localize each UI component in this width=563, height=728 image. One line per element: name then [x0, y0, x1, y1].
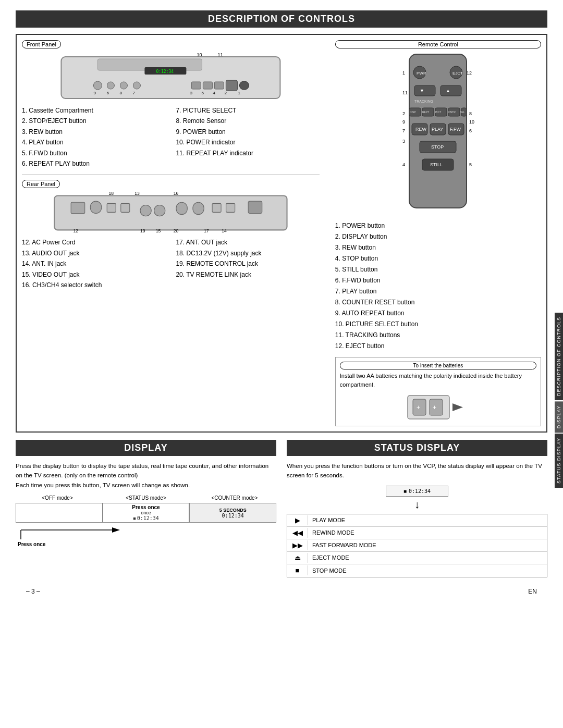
svg-text:1: 1	[238, 91, 240, 95]
rear-item-14: 14. ANT. IN jack	[22, 258, 165, 269]
front-item-2: 2. STOP/EJECT button	[22, 116, 165, 126]
svg-rect-25	[71, 203, 85, 214]
svg-rect-35	[248, 201, 262, 213]
remote-item-4: 4. STOP button	[335, 253, 541, 264]
svg-point-29	[140, 205, 151, 216]
svg-rect-28	[121, 204, 130, 213]
svg-text:17: 17	[204, 228, 209, 233]
rewind-mode-label: REWIND MODE	[308, 528, 547, 537]
mode-row-stop: ■ STOP MODE	[287, 564, 547, 577]
svg-text:REPT: REPT	[422, 110, 429, 114]
remote-item-10: 10. PICTURE SELECT button	[335, 319, 541, 330]
ffwd-mode-label: FAST FORWARD MODE	[308, 541, 547, 549]
side-tab-status[interactable]: STATUS DISPLAY	[555, 434, 563, 488]
remote-item-1: 1. POWER button	[335, 220, 541, 231]
off-mode-label: <OFF mode>	[16, 495, 99, 501]
svg-text:0:12:34: 0:12:34	[156, 69, 174, 74]
svg-text:STOP: STOP	[431, 144, 444, 150]
remote-item-8: 8. COUNTER RESET button	[335, 297, 541, 308]
stop-mode-label: STOP MODE	[308, 566, 547, 575]
front-item-5: 5. F.FWD button	[22, 148, 165, 158]
rear-illustration: 18 13 16 12 19 15 20 17 14	[22, 191, 320, 236]
remote-illustration: PWR EJCT ▼ ▲ TRACKING	[401, 52, 474, 213]
counter-mode-label: <COUNTER mode>	[193, 495, 276, 501]
desc-top: Front Panel 0:12:34 10 11	[22, 40, 541, 426]
footer-page-number: – 3 –	[26, 588, 40, 595]
svg-text:6: 6	[106, 91, 109, 95]
svg-text:11: 11	[217, 52, 223, 57]
vcr-illustration: 0:12:34 10 11 9 6	[22, 52, 320, 104]
svg-text:20: 20	[174, 228, 179, 233]
off-box	[16, 503, 103, 523]
rear-item-16: 16. CH3/CH4 selector switch	[22, 280, 165, 290]
svg-text:SEL: SEL	[460, 110, 465, 114]
battery-svg: + +	[407, 393, 469, 422]
footer-lang: EN	[528, 588, 537, 595]
svg-text:5: 5	[469, 162, 472, 167]
svg-rect-13	[226, 80, 237, 91]
status-display-header: STATUS DISPLAY	[287, 440, 547, 456]
remote-item-6: 6. F.FWD button	[335, 275, 541, 286]
stop-icon-cell: ■	[287, 565, 308, 575]
svg-text:EJCT: EJCT	[452, 71, 463, 76]
svg-rect-33	[212, 204, 221, 213]
press-once-bottom: Press once	[16, 541, 276, 547]
svg-text:4: 4	[402, 162, 405, 167]
remote-item-2: 2. DISPLAY button	[335, 231, 541, 242]
svg-text:TRACKING: TRACKING	[414, 100, 433, 103]
svg-text:REW: REW	[415, 127, 427, 132]
side-tabs: DESCRIPTION OF CONTROLS DISPLAY STATUS D…	[555, 313, 563, 488]
battery-text: Install two AA batteries matching the po…	[340, 372, 536, 389]
side-tab-display[interactable]: DISPLAY	[555, 401, 563, 433]
svg-rect-12	[214, 82, 224, 89]
front-panel-label: Front Panel	[22, 40, 61, 48]
svg-text:8: 8	[469, 111, 472, 116]
svg-text:15: 15	[156, 228, 161, 233]
arrow-down: ↓	[287, 499, 547, 511]
svg-rect-34	[226, 204, 235, 213]
svg-rect-11	[203, 82, 212, 89]
svg-text:12: 12	[73, 228, 78, 233]
rear-item-19: 19. REMOTE CONTROL jack	[176, 258, 319, 269]
display-text1: Press the display button to display the …	[16, 461, 276, 490]
mode-row-ffwd: ▶▶ FAST FORWARD MODE	[287, 539, 547, 552]
page-container: DESCRIPTION OF CONTROLS Front Panel 0:12…	[0, 0, 563, 728]
status-display-section: STATUS DISPLAY When you press the functi…	[287, 440, 547, 577]
rear-list-right: 17. ANT. OUT jack 18. DC13.2V (12V) supp…	[176, 237, 319, 290]
press-label: Press once	[132, 504, 160, 510]
remote-item-7: 7. PLAY button	[335, 286, 541, 297]
front-item-4: 4. PLAY button	[22, 137, 165, 147]
ffwd-icon-cell: ▶▶	[287, 540, 308, 550]
remote-list: 1. POWER button 2. DISPLAY button 3. REW…	[335, 220, 541, 352]
counter-display1: ■0:12:34	[133, 515, 159, 521]
rewind-icon-cell: ◀◀	[287, 528, 308, 538]
front-item-6: 6. REPEAT PLAY button	[22, 158, 165, 169]
svg-rect-27	[107, 204, 116, 213]
rear-panel-label-wrapper: Rear Panel	[22, 180, 320, 191]
svg-rect-10	[191, 82, 201, 89]
svg-rect-31	[176, 203, 187, 215]
display-section: DISPLAY Press the display button to disp…	[16, 440, 276, 577]
svg-rect-50	[414, 85, 435, 96]
side-tab-description[interactable]: DESCRIPTION OF CONTROLS	[555, 313, 563, 400]
seconds-label: 5 SECONDS	[219, 508, 247, 513]
rear-item-18: 18. DC13.2V (12V) supply jack	[176, 248, 319, 258]
press-sublabel: once	[141, 510, 151, 515]
description-header: DESCRIPTION OF CONTROLS	[16, 10, 547, 28]
svg-text:+: +	[433, 404, 436, 411]
svg-text:19: 19	[140, 228, 145, 233]
front-item-7: 7. PICTURE SELECT	[176, 105, 319, 116]
svg-point-9	[133, 82, 140, 89]
svg-text:4: 4	[213, 91, 215, 95]
page-footer: – 3 – EN	[16, 588, 547, 595]
mode-flow: Press once once ■0:12:34 5 SECONDS 0:12:…	[16, 503, 276, 523]
rear-item-15: 15. VIDEO OUT jack	[22, 269, 165, 280]
svg-text:6: 6	[469, 128, 472, 133]
remote-area: Remote Control PWR EJCT ▼	[330, 40, 541, 426]
svg-text:10: 10	[469, 119, 474, 125]
remote-item-5: 5. STILL button	[335, 264, 541, 275]
battery-label: To insert the batteries	[340, 362, 536, 369]
svg-text:PLAY: PLAY	[432, 127, 443, 132]
svg-text:13: 13	[134, 191, 140, 196]
svg-marker-92	[452, 403, 463, 411]
